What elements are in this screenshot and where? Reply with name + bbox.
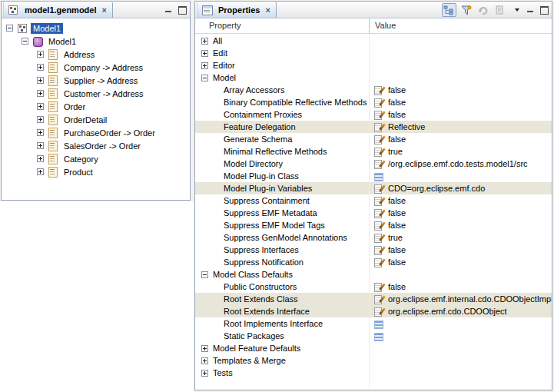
expand-icon[interactable] (201, 357, 208, 364)
tree-item[interactable]: Model1 (2, 22, 190, 35)
value-cell[interactable]: false (370, 221, 552, 231)
genclass-icon (48, 101, 58, 112)
collapse-icon[interactable] (201, 75, 208, 81)
property-row[interactable]: Model (195, 71, 552, 84)
expand-icon[interactable] (37, 90, 44, 97)
property-row[interactable]: Minimal Reflective Methodstrue (195, 145, 552, 158)
property-row[interactable]: Model Plug-in VariablesCDO=org.eclipse.e… (195, 182, 552, 194)
view-menu-button[interactable] (509, 3, 524, 17)
property-row[interactable]: Suppress EMF Model Tagsfalse (195, 219, 552, 231)
expand-icon[interactable] (201, 345, 208, 352)
expand-icon[interactable] (37, 116, 44, 123)
value-cell[interactable]: org.eclipse.emf.internal.cdo.CDOObjectIm… (370, 294, 552, 304)
tree-item[interactable]: SalesOrder -> Order (2, 139, 190, 152)
property-row[interactable]: Suppress Containmentfalse (195, 194, 552, 207)
property-row[interactable]: Model Class Defaults (195, 268, 552, 281)
expand-icon[interactable] (201, 370, 208, 377)
show-categories-button[interactable] (442, 3, 456, 17)
maximize-icon[interactable] (177, 5, 187, 15)
pin-button[interactable] (493, 3, 507, 17)
property-row[interactable]: Edit (195, 47, 552, 59)
show-advanced-properties-button[interactable] (459, 3, 473, 17)
property-row[interactable]: Root Extends Classorg.eclipse.emf.intern… (195, 293, 552, 305)
property-row[interactable]: Model Directory/org.eclipse.emf.cdo.test… (195, 158, 552, 170)
value-cell[interactable]: false (370, 208, 552, 218)
expand-icon[interactable] (37, 77, 44, 84)
expand-icon[interactable] (37, 64, 44, 71)
expand-icon[interactable] (37, 51, 44, 58)
collapse-icon[interactable] (22, 38, 28, 45)
property-row[interactable]: Tests (195, 367, 552, 379)
editable-value-icon (373, 135, 385, 145)
close-icon[interactable] (265, 6, 270, 14)
expand-icon[interactable] (37, 168, 44, 175)
property-row[interactable]: All (195, 35, 552, 47)
tree-item[interactable]: PurchaseOrder -> Order (2, 126, 190, 139)
value-cell[interactable] (370, 331, 552, 341)
value-cell[interactable] (370, 319, 552, 329)
property-row[interactable]: Public Constructorsfalse (195, 281, 552, 293)
tab-properties[interactable]: Properties (197, 2, 277, 18)
column-divider[interactable] (369, 18, 370, 33)
collapse-icon[interactable] (6, 25, 13, 32)
collapse-icon[interactable] (201, 271, 208, 278)
tree-item[interactable]: Category (2, 152, 190, 165)
property-row[interactable]: Suppress GenModel Annotationstrue (195, 231, 552, 244)
maximize-icon[interactable] (539, 5, 549, 15)
tree-item[interactable]: Order (2, 100, 190, 113)
value-cell[interactable]: true (370, 233, 552, 243)
expand-icon[interactable] (201, 38, 208, 45)
expand-icon[interactable] (201, 62, 208, 69)
restore-default-value-button[interactable] (476, 3, 490, 17)
property-row[interactable]: Static Packages (195, 330, 552, 342)
tree-item[interactable]: Model1 (2, 35, 190, 48)
property-row[interactable]: Root Extends Interfaceorg.eclipse.emf.cd… (195, 305, 552, 317)
value-cell[interactable]: false (370, 257, 552, 267)
expand-icon[interactable] (201, 50, 208, 57)
value-cell[interactable]: false (370, 282, 552, 292)
genclass-icon (48, 88, 58, 99)
property-row[interactable]: Templates & Merge (195, 354, 552, 367)
value-cell[interactable]: false (370, 85, 552, 95)
value-cell[interactable]: false (370, 135, 552, 145)
value-cell[interactable]: false (370, 245, 552, 255)
tree-item[interactable]: OrderDetail (2, 113, 190, 126)
value-cell[interactable]: false (370, 110, 552, 120)
property-row[interactable]: Editor (195, 59, 552, 71)
tree-item[interactable]: Customer -> Address (2, 87, 190, 100)
value-cell[interactable]: CDO=org.eclipse.emf.cdo (370, 184, 552, 194)
expand-icon[interactable] (37, 129, 44, 136)
property-row[interactable]: Binary Compatible Reflective Methodsfals… (195, 96, 552, 108)
tree-item[interactable]: Address (2, 48, 190, 61)
value-cell[interactable] (370, 171, 552, 181)
value-cell[interactable]: false (370, 196, 552, 206)
expand-icon[interactable] (37, 142, 44, 149)
property-row[interactable]: Model Plug-in Class (195, 170, 552, 182)
view-menu-icon (515, 8, 519, 12)
expand-icon[interactable] (37, 103, 44, 110)
minimize-icon[interactable] (525, 5, 536, 15)
property-row[interactable]: Containment Proxiesfalse (195, 108, 552, 121)
tree-item[interactable]: Company -> Address (2, 61, 190, 74)
property-row[interactable]: Feature DelegationReflective (195, 121, 552, 133)
property-row[interactable]: Generate Schemafalse (195, 133, 552, 145)
value-cell[interactable]: Reflective (370, 122, 552, 132)
value-cell[interactable]: true (370, 147, 552, 157)
property-row[interactable]: Suppress EMF Metadatafalse (195, 207, 552, 219)
value-cell[interactable]: /org.eclipse.emf.cdo.tests.model1/src (370, 159, 552, 169)
expand-icon[interactable] (37, 155, 44, 162)
property-row[interactable]: Model Feature Defaults (195, 342, 552, 354)
genmodel-tree: Model1Model1AddressCompany -> AddressSup… (2, 18, 190, 200)
close-icon[interactable] (102, 6, 107, 14)
property-row[interactable]: Suppress Notificationfalse (195, 256, 552, 268)
tab-model1-genmodel[interactable]: model1.genmodel (3, 2, 113, 18)
value-cell[interactable]: org.eclipse.emf.cdo.CDOObject (370, 307, 552, 317)
tree-item[interactable]: Product (2, 165, 190, 178)
minimize-icon[interactable] (163, 5, 174, 15)
property-name: Suppress Interfaces (224, 245, 299, 254)
value-cell[interactable]: false (370, 98, 552, 108)
property-row[interactable]: Root Implements Interface (195, 317, 552, 330)
tree-item[interactable]: Supplier -> Address (2, 74, 190, 87)
property-row[interactable]: Array Accessorsfalse (195, 84, 552, 96)
property-row[interactable]: Suppress Interfacesfalse (195, 244, 552, 256)
